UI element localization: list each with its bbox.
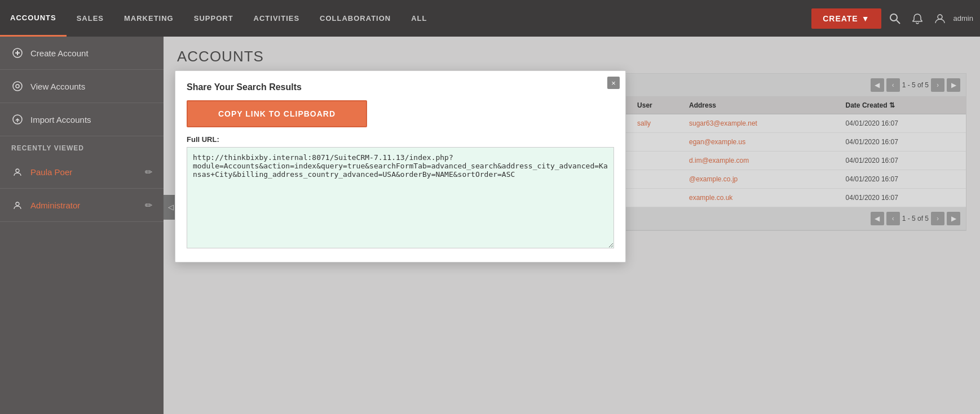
sidebar-import-accounts-label: Import Accounts [30,115,91,124]
user-icon-button[interactable] [931,10,949,28]
administrator-edit-icon[interactable]: ✏ [145,200,152,211]
recently-viewed-title: Recently Viewed [0,136,164,155]
sidebar-item-paula-poer[interactable]: Paula Poer ✏ [0,155,164,189]
administrator-icon [11,199,24,211]
nav-item-collaboration[interactable]: COLLABORATION [310,0,401,37]
top-navigation: ACCOUNTS SALES MARKETING SUPPORT ACTIVIT… [0,0,980,37]
modal-close-button[interactable]: × [607,77,620,89]
sidebar-paula-poer-name: Paula Poer [30,167,72,177]
modal-title: Share Your Search Results [187,82,614,92]
search-icon [889,13,900,24]
nav-item-activities[interactable]: ACTIVITIES [244,0,310,37]
user-icon [934,13,946,24]
view-accounts-icon [11,80,24,92]
nav-items-left: ACCOUNTS SALES MARKETING SUPPORT ACTIVIT… [0,0,438,37]
paula-poer-icon [11,166,24,178]
sidebar-view-accounts-label: View Accounts [30,82,85,91]
svg-point-10 [16,169,19,172]
notifications-icon-button[interactable] [908,10,926,28]
sidebar: Create Account View Accounts Import Acco… [0,37,164,414]
nav-item-support[interactable]: SUPPORT [184,0,244,37]
create-account-icon [11,47,24,59]
nav-item-marketing[interactable]: MARKETING [114,0,184,37]
app-layout: Create Account View Accounts Import Acco… [0,37,980,414]
admin-label: admin [953,14,973,23]
nav-item-sales[interactable]: SALES [67,0,114,37]
svg-line-1 [897,20,900,24]
svg-point-11 [16,202,19,206]
main-content: ACCOUNTS ▼ ◀ ‹ 1 - 5 of 5 › ▶ [164,37,980,414]
svg-point-6 [13,82,22,91]
create-button[interactable]: CREATE ▼ [811,8,881,29]
svg-point-7 [16,84,19,88]
paula-poer-edit-icon[interactable]: ✏ [145,167,152,177]
modal-overlay: × Share Your Search Results COPY LINK TO… [164,37,980,414]
nav-items-right: CREATE ▼ admin [811,8,980,29]
sidebar-create-account-label: Create Account [30,48,89,58]
share-modal: × Share Your Search Results COPY LINK TO… [175,70,626,262]
sidebar-item-view-accounts[interactable]: View Accounts [0,70,164,103]
copy-link-button[interactable]: COPY LINK TO CLIPBOARD [187,100,367,127]
sidebar-item-import-accounts[interactable]: Import Accounts [0,103,164,136]
nav-item-accounts[interactable]: ACCOUNTS [0,0,67,37]
svg-point-0 [890,14,897,21]
full-url-label: Full URL: [187,135,614,144]
sidebar-administrator-name: Administrator [30,201,80,210]
sidebar-item-create-account[interactable]: Create Account [0,37,164,70]
url-textarea[interactable] [187,147,614,248]
svg-point-2 [938,15,942,19]
import-accounts-icon [11,113,24,126]
search-icon-button[interactable] [886,10,904,28]
create-button-label: CREATE [823,14,858,23]
nav-item-all[interactable]: ALL [401,0,437,37]
sidebar-item-administrator[interactable]: Administrator ✏ [0,189,164,222]
create-dropdown-icon: ▼ [862,14,870,23]
bell-icon [912,13,923,24]
